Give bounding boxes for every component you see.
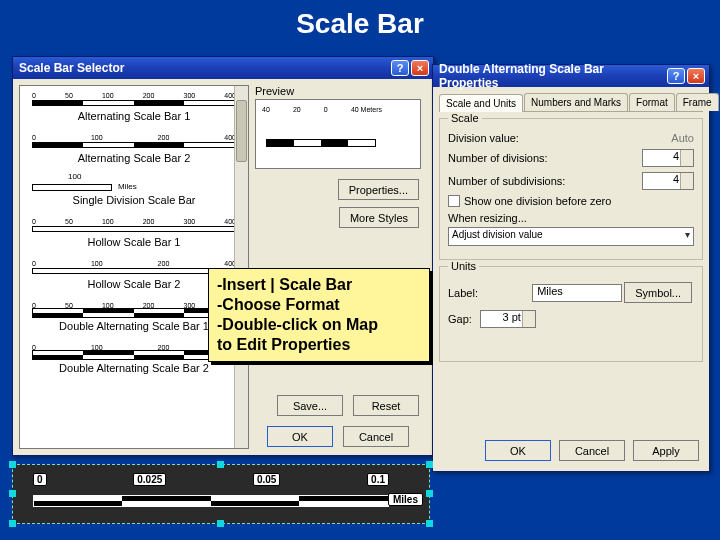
division-value-label: Division value: [448, 132, 671, 144]
reset-button[interactable]: Reset [353, 395, 419, 416]
num-divisions-input[interactable]: 4 [642, 149, 694, 167]
gap-label: Gap: [448, 313, 472, 325]
apply-button[interactable]: Apply [633, 440, 699, 461]
scale-bar-style-list[interactable]: 050100200300400 Alternating Scale Bar 1 … [19, 85, 249, 449]
division-value: Auto [671, 132, 694, 144]
props-title: Double Alternating Scale Bar Properties [439, 62, 665, 90]
resize-handle[interactable] [426, 461, 433, 468]
num-subdivisions-input[interactable]: 4 [642, 172, 694, 190]
cancel-button[interactable]: Cancel [343, 426, 409, 447]
close-button[interactable]: × [411, 60, 429, 76]
save-button[interactable]: Save... [277, 395, 343, 416]
tab-numbers-and-marks[interactable]: Numbers and Marks [524, 93, 628, 111]
show-before-zero-label: Show one division before zero [464, 195, 611, 207]
list-item[interactable]: 100Miles Single Division Scale Bar [24, 174, 244, 206]
selector-titlebar[interactable]: Scale Bar Selector ? × [13, 57, 433, 79]
scale-bar-labels: 0 0.025 0.05 0.1 [33, 473, 389, 486]
scale-group: Scale Division value: Auto Number of div… [439, 118, 703, 260]
resize-handle[interactable] [9, 490, 16, 497]
preview-label: Preview [255, 85, 421, 97]
preview-box: 4020040 Meters [255, 99, 421, 169]
slide-title: Scale Bar [0, 0, 720, 46]
units-group: Units Label: Miles Symbol... Gap: 3 pt [439, 266, 703, 362]
resize-handle[interactable] [426, 520, 433, 527]
label-label: Label: [448, 287, 532, 299]
selector-title: Scale Bar Selector [19, 61, 389, 75]
close-button[interactable]: × [687, 68, 705, 84]
scale-bar-selector-window: Scale Bar Selector ? × 050100200300400 A… [12, 56, 434, 456]
resize-handle[interactable] [9, 520, 16, 527]
num-subdivisions-label: Number of subdivisions: [448, 175, 642, 187]
tab-frame[interactable]: Frame [676, 93, 719, 111]
more-styles-button[interactable]: More Styles [339, 207, 419, 228]
ok-button[interactable]: OK [485, 440, 551, 461]
scrollbar[interactable] [234, 86, 248, 448]
scale-bar-graphic [33, 495, 389, 507]
when-resizing-combo[interactable]: Adjust division value [448, 227, 694, 246]
props-titlebar[interactable]: Double Alternating Scale Bar Properties … [433, 65, 709, 87]
resize-handle[interactable] [217, 520, 224, 527]
list-item[interactable]: 0100200400 Alternating Scale Bar 2 [24, 132, 244, 164]
resize-handle[interactable] [426, 490, 433, 497]
cancel-button[interactable]: Cancel [559, 440, 625, 461]
list-item[interactable]: 050100200300400 Alternating Scale Bar 1 [24, 90, 244, 122]
scale-bar-properties-window: Double Alternating Scale Bar Properties … [432, 64, 710, 472]
resize-handle[interactable] [9, 461, 16, 468]
show-before-zero-checkbox[interactable] [448, 195, 460, 207]
resize-handle[interactable] [217, 461, 224, 468]
properties-button[interactable]: Properties... [338, 179, 419, 200]
list-item[interactable]: 050100200300400 Hollow Scale Bar 1 [24, 216, 244, 248]
ok-button[interactable]: OK [267, 426, 333, 447]
instruction-note: -Insert | Scale Bar -Choose Format -Doub… [208, 268, 430, 362]
tab-format[interactable]: Format [629, 93, 675, 111]
when-resizing-label: When resizing... [448, 212, 527, 224]
help-button[interactable]: ? [391, 60, 409, 76]
symbol-button[interactable]: Symbol... [624, 282, 692, 303]
tab-strip: Scale and Units Numbers and Marks Format… [439, 93, 703, 112]
gap-input[interactable]: 3 pt [480, 310, 536, 328]
num-divisions-label: Number of divisions: [448, 152, 642, 164]
label-input[interactable]: Miles [532, 284, 622, 302]
help-button[interactable]: ? [667, 68, 685, 84]
tab-scale-and-units[interactable]: Scale and Units [439, 94, 523, 112]
scale-bar-unit: Miles [388, 493, 423, 506]
map-scale-bar-selection[interactable]: 0 0.025 0.05 0.1 Miles [12, 464, 430, 524]
